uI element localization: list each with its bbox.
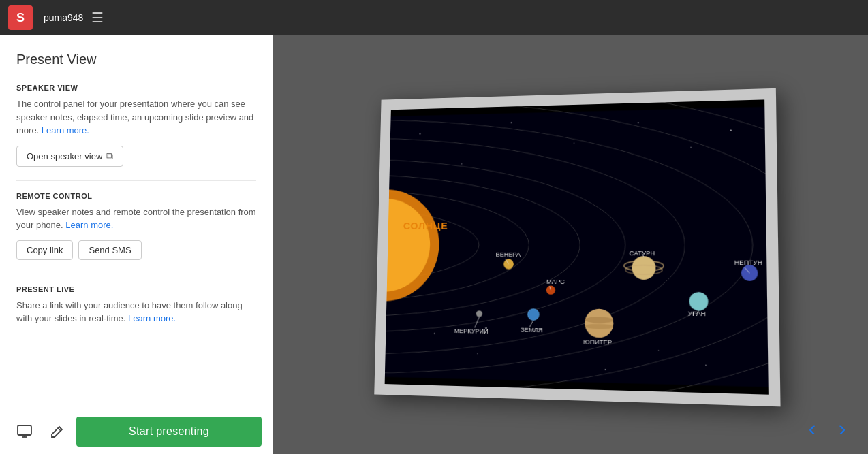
speaker-view-label: SPEAKER VIEW [16, 84, 256, 92]
panel-scroll: Present View SPEAKER VIEW The control pa… [0, 35, 273, 408]
remote-control-desc: View speaker notes and remote control th… [16, 206, 256, 232]
left-panel: Present View SPEAKER VIEW The control pa… [0, 35, 273, 454]
svg-text:САТУРН: САТУРН [630, 249, 655, 257]
svg-text:ВЕНЕРА: ВЕНЕРА [495, 250, 521, 257]
open-speaker-view-button[interactable]: Open speaker view ⧉ [16, 146, 123, 167]
divider-1 [16, 180, 256, 181]
svg-text:ЗЕМЛЯ: ЗЕМЛЯ [521, 326, 543, 334]
remote-control-label: REMOTE CONTROL [16, 192, 256, 200]
svg-text:СОЛНЦЕ: СОЛНЦЕ [403, 220, 448, 231]
username-label: puma948 [44, 12, 83, 23]
app-logo: S [8, 5, 33, 30]
slide-inner: СОЛНЦЕ МЕРКУРИЙ ВЕНЕРА [385, 99, 769, 394]
divider-2 [16, 274, 256, 274]
copy-link-button[interactable]: Copy link [16, 240, 73, 260]
present-live-section: PRESENT LIVE Share a link with your audi… [16, 285, 256, 325]
present-live-label: PRESENT LIVE [16, 285, 256, 293]
svg-text:МАРС: МАРС [546, 278, 565, 285]
slide-container: СОЛНЦЕ МЕРКУРИЙ ВЕНЕРА [374, 88, 780, 406]
speaker-view-section: SPEAKER VIEW The control panel for your … [16, 84, 256, 169]
remote-control-learn-more[interactable]: Learn more. [65, 220, 113, 230]
prev-slide-button[interactable]: ‹ [800, 416, 824, 440]
external-link-icon: ⧉ [106, 150, 113, 162]
pen-icon [50, 425, 64, 438]
slide-preview-area: СОЛНЦЕ МЕРКУРИЙ ВЕНЕРА [273, 35, 868, 454]
app-header: S puma948 ☰ [0, 0, 868, 35]
svg-text:МЕРКУРИЙ: МЕРКУРИЙ [454, 326, 489, 334]
next-slide-button[interactable]: › [830, 416, 854, 440]
present-live-learn-more[interactable]: Learn more. [128, 313, 176, 323]
main-area: Present View SPEAKER VIEW The control pa… [0, 35, 868, 454]
svg-text:ЮПИТЕР: ЮПИТЕР [583, 338, 612, 345]
present-live-desc: Share a link with your audience to have … [16, 299, 256, 325]
speaker-view-desc: The control panel for your presentation … [16, 97, 256, 137]
menu-icon[interactable]: ☰ [91, 11, 104, 25]
speaker-view-learn-more[interactable]: Learn more. [42, 125, 89, 135]
svg-rect-0 [18, 425, 31, 435]
bottom-toolbar: Start presenting [0, 408, 273, 454]
send-sms-button[interactable]: Send SMS [78, 240, 141, 260]
pen-button[interactable] [44, 418, 71, 445]
start-presenting-button[interactable]: Start presenting [76, 417, 262, 447]
panel-title: Present View [16, 52, 256, 67]
nav-arrows: ‹ › [800, 416, 854, 440]
monitor-button[interactable] [11, 418, 38, 445]
slide-wrapper: СОЛНЦЕ МЕРКУРИЙ ВЕНЕРА [374, 88, 780, 406]
solar-system-svg: СОЛНЦЕ МЕРКУРИЙ ВЕНЕРА [385, 99, 769, 394]
monitor-icon [17, 424, 32, 439]
remote-control-buttons: Copy link Send SMS [16, 240, 256, 263]
svg-text:НЕПТУН: НЕПТУН [734, 259, 762, 266]
remote-control-section: REMOTE CONTROL View speaker notes and re… [16, 192, 256, 263]
